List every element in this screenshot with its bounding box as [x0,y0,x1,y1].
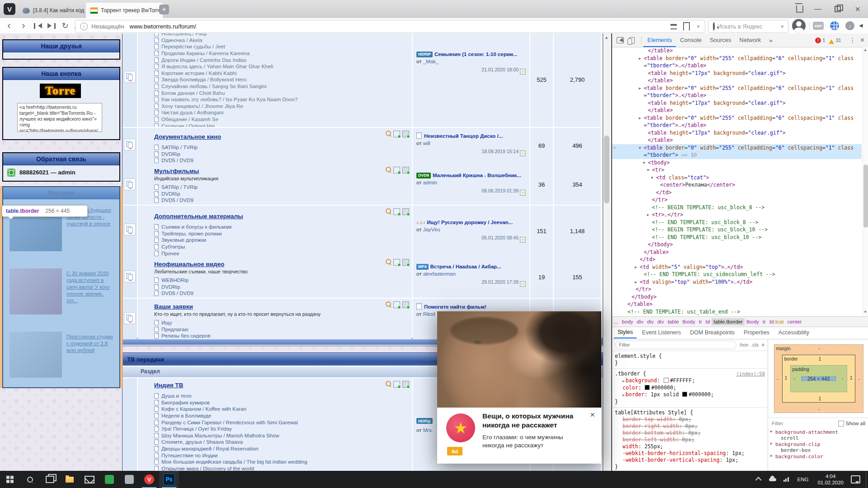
dom-node[interactable]: <!-- BEGIN TEMPLATE: usc_block_10 --> [612,226,862,234]
computed-filter-label[interactable]: Filter [772,421,783,426]
breadcrumb[interactable]: ...bodydivdivdivtabletbodytrtdtable.tbor… [612,316,868,327]
inspect-element-icon[interactable] [617,37,624,43]
dom-node[interactable]: <table height="17px" background="clear.g… [612,99,862,107]
subforum-link-row[interactable]: Звезда Болливуда / Bollywood Hero [154,76,412,83]
subforum-link-row[interactable]: Звуковые дорожки [154,237,412,244]
subforum-link-row[interactable]: Трейлеры, промо ролики [154,230,412,237]
dom-node[interactable]: <table height="17px" background="clear.g… [612,129,862,137]
subforum-link-row[interactable]: Я выросла здесь / Yahan Main Ghar Ghar K… [154,63,412,70]
subforum-link-row[interactable]: Кофе с Караном / Koffee with Karan [154,406,412,413]
goto-last-post-icon[interactable]: → [520,281,526,287]
scroll-up-arrow[interactable]: ▲ [863,48,867,52]
devtools-scrollbar-thumb[interactable] [863,164,868,228]
breadcrumb-item[interactable]: td.tcat [768,318,785,325]
torrent-banner[interactable]: Torre [40,84,81,98]
last-topic-link[interactable]: Семьянин (1 сезон: 1-10 серии... [434,52,517,57]
start-button[interactable] [0,471,20,488]
kebab-menu-icon[interactable]: ⋮ [846,37,859,44]
back-button[interactable]: ‹ [4,21,14,31]
subforum-link-row[interactable]: Биография кумиров [154,399,412,406]
clock[interactable]: 4:04 01.02.2020 [813,473,848,486]
cls-toggle[interactable]: .cls [751,342,759,347]
restore-button[interactable] [832,4,844,14]
goto-last-post-icon[interactable]: → [520,237,526,243]
gray-app-button[interactable] [119,471,139,488]
hidden-icons-button[interactable] [752,471,766,488]
address-bar[interactable]: i Незащищён www.bwtorrents.ru/forum/ ▼ [75,20,705,33]
device-toolbar-icon[interactable] [629,37,635,44]
goto-last-post-icon[interactable]: → [520,150,526,156]
dom-node[interactable]: <table height="17px" background="clear.g… [612,70,862,77]
dom-node[interactable]: </table> [612,77,862,84]
section-heading-link[interactable]: Документальное кино [154,133,221,140]
breadcrumb-item[interactable]: td [704,318,712,325]
page-info-icon[interactable]: i [80,23,88,30]
subforum-link-row[interactable]: DVD5 / DVD9 [154,157,412,164]
dom-node[interactable]: ▼<tr> [612,166,862,174]
breadcrumb-item[interactable]: ... [612,318,620,325]
author-link[interactable]: _Mak_ [423,59,439,64]
subforum-link-row[interactable]: Рандеву с Сими Гаревал / Rendezvous with… [154,419,412,426]
dom-node[interactable]: </table> [612,300,862,308]
author-link[interactable]: Mrs. [423,427,433,433]
dom-node[interactable]: ▶<table border="0" width="255" cellpaddi… [612,55,862,70]
subforum-link-row[interactable]: DVDRip [154,151,412,158]
last-topic-link[interactable]: Неизвестный Танцор Диско /... [424,133,503,139]
search-engine-dropdown-icon[interactable]: ▼ [780,24,788,29]
adblock-extension-button[interactable]: ABP [812,21,824,31]
subforum-link-row[interactable]: Согласие / Qubool Hai [154,122,412,127]
breadcrumb-item[interactable]: tbody [681,318,697,325]
subforum-link-row[interactable]: Обещание / Kasamh Se [154,116,412,123]
section-heading-link[interactable]: Дополнительные материалы [154,213,243,220]
dom-node-selected[interactable]: ⋯▼<table border="0" width="255" cellpadd… [612,144,862,159]
dom-node[interactable]: </table> [612,136,862,144]
tab-active[interactable]: Торрент трекер BwTorrents [86,3,163,18]
globe-extension-button[interactable] [829,21,840,31]
subforum-link-row[interactable]: Чистая душа / Ardhangani [154,109,412,116]
reader-mode-icon[interactable] [670,24,677,29]
subforum-link-row[interactable]: Дворцы махараджей / Royal Reservation [154,446,412,452]
breadcrumb-item[interactable]: table.tborder [712,318,745,325]
subforum-link-row[interactable]: Короткие истории / Kabhi Kabhi [154,70,412,77]
subforum-link-row[interactable]: WEBHDRip [154,277,412,284]
rewind-button[interactable] [33,21,43,31]
subforum-link-row[interactable]: Предлагаю [154,326,412,333]
page-scrollbar[interactable] [603,33,611,471]
subforum-link-row[interactable]: Съемки и бонусы к фильмам [154,224,412,230]
subforum-link-row[interactable]: Душа и тело [154,393,412,399]
subforum-link-row[interactable]: DVD5 / DVD9 [154,197,412,204]
rss-icon[interactable] [402,131,409,137]
taskbar-search-button[interactable] [20,471,40,488]
devtools-tab-console[interactable]: Console [676,34,706,47]
subforum-link-row[interactable]: Споемте, друзья / Shaava Shaava [154,439,412,446]
dom-node[interactable]: <!-- END TEMPLATE: usc_sidecolumn_left -… [612,271,862,278]
vivaldi-taskbar-button[interactable]: V [139,471,159,488]
dom-node[interactable]: <!-- END TEMPLATE: usc_block_8 --> [612,219,862,226]
computed-property[interactable]: ▶background-attachment [768,429,868,435]
last-topic-link[interactable]: Помогите найти фильм! [424,304,486,310]
css-rule[interactable]: element.style {} [612,351,768,369]
dom-node[interactable]: ▼<tbody> [612,159,862,167]
subforum-link-row[interactable]: DVDRip [154,191,412,197]
tab-inactive[interactable]: [3.8.4] Как найти код рекла [18,3,94,18]
devtools-tab-sources[interactable]: Sources [706,34,736,47]
subforum-link-row[interactable]: SATRip / TVRip [154,184,412,191]
css-rules[interactable]: element.style {}(index):58.tborder {▶bac… [612,351,768,471]
dom-node[interactable]: </table> [612,107,862,114]
forward-button[interactable]: › [18,21,29,31]
styles-tab-styles[interactable]: Styles [614,327,637,338]
closed-tabs-trash-button[interactable] [794,4,806,14]
dom-tree[interactable]: </table>▶<table border="0" width="255" c… [612,47,862,316]
author-link[interactable]: admin [423,180,437,185]
subforum-link-row[interactable]: Релизы без сидеров [154,333,412,339]
section-heading-link[interactable]: Мультфильмы [154,168,199,174]
panel-toggle-icon[interactable]: ◀ [859,23,863,28]
subforum-link-row[interactable]: Случайная любовь / Sanjog Se Bani Sangin… [154,83,412,90]
breadcrumb-item[interactable]: table [666,318,681,325]
dom-node[interactable]: </tr> [612,286,862,293]
dom-node[interactable]: ▶<table border="0" width="255" cellpaddi… [612,84,862,99]
dom-node[interactable]: </tr> [612,196,862,204]
computed-properties[interactable]: ▶background-attachmentscroll▶background-… [768,429,868,460]
minimize-button[interactable]: — [812,4,824,14]
breadcrumb-item[interactable]: tr [697,318,704,325]
